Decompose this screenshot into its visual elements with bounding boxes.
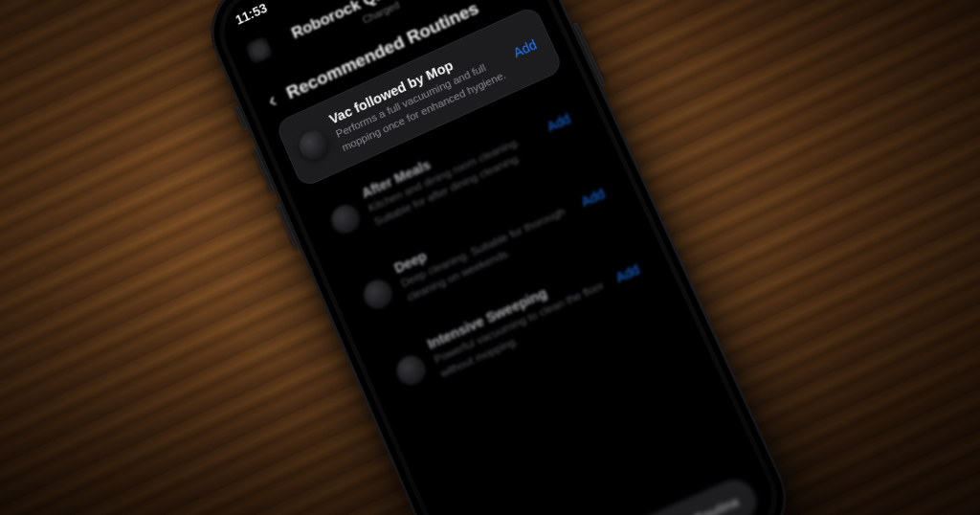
- add-button[interactable]: Add: [575, 181, 610, 213]
- back-button[interactable]: ‹: [265, 90, 279, 111]
- add-button[interactable]: Add: [508, 33, 543, 64]
- routine-icon: [392, 351, 430, 390]
- routine-icon: [327, 200, 365, 237]
- add-button[interactable]: Add: [610, 257, 645, 289]
- status-time: 11:53: [234, 0, 270, 27]
- routine-icon: [295, 126, 331, 164]
- bottom-action-label: Routine: [691, 493, 741, 515]
- routine-icon: [359, 275, 396, 312]
- add-button[interactable]: Add: [542, 106, 576, 138]
